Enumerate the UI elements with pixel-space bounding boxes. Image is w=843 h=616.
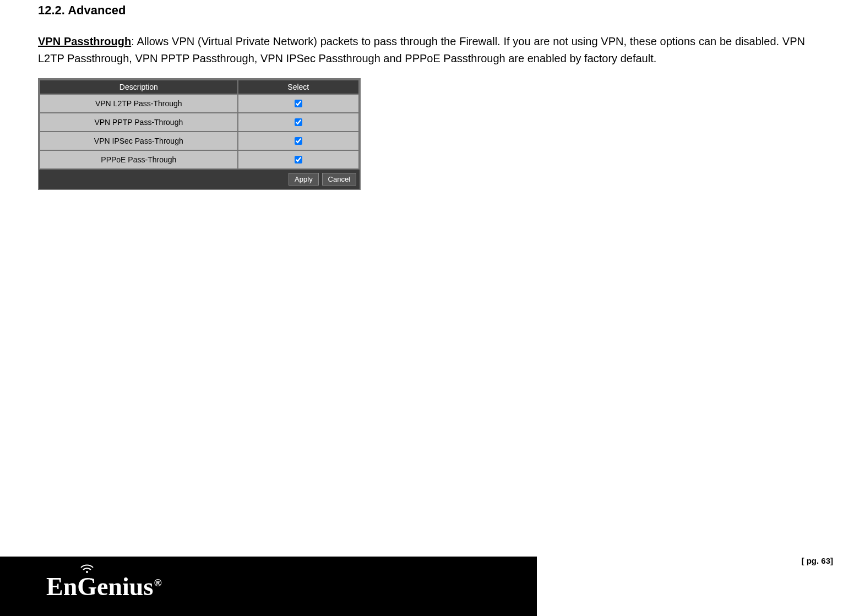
paragraph-lead: VPN Passthrough [38,35,131,47]
panel-footer: Apply Cancel [39,170,360,189]
apply-button[interactable]: Apply [289,173,319,186]
row-description: VPN L2TP Pass-Through [40,94,238,113]
passthrough-table: Description Select VPN L2TP Pass-Through… [39,79,360,170]
row-checkbox-ipsec[interactable] [295,137,302,145]
wifi-icon [79,563,95,574]
cancel-button[interactable]: Cancel [322,173,356,186]
row-checkbox-l2tp[interactable] [295,100,302,107]
footer-bar: EnGenius® [0,557,537,616]
row-description: PPPoE Pass-Through [40,150,238,169]
table-row: VPN L2TP Pass-Through [40,94,359,113]
row-description: VPN IPSec Pass-Through [40,132,238,150]
table-row: PPPoE Pass-Through [40,150,359,169]
row-checkbox-pppoe[interactable] [295,156,302,163]
table-row: VPN PPTP Pass-Through [40,113,359,132]
col-description: Description [40,80,238,94]
engenius-logo: EnGenius® [46,572,162,601]
registered-icon: ® [154,577,161,589]
col-select: Select [238,80,359,94]
page-number: [ pg. 63] [801,556,833,565]
passthrough-panel: Description Select VPN L2TP Pass-Through… [38,78,361,190]
paragraph-rest: : Allows VPN (Virtual Private Network) p… [38,35,805,64]
section-title: 12.2. Advanced [38,3,805,18]
row-checkbox-pptp[interactable] [295,118,302,126]
vpn-passthrough-paragraph: VPN Passthrough: Allows VPN (Virtual Pri… [38,33,805,67]
table-row: VPN IPSec Pass-Through [40,132,359,150]
row-description: VPN PPTP Pass-Through [40,113,238,132]
